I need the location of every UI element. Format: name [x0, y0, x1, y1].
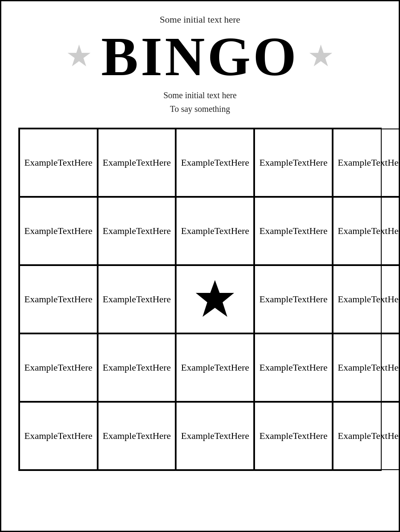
subtitle-mid: Some initial text here To say something — [163, 88, 237, 116]
cell-text-r1c2-line2: Here — [231, 225, 249, 237]
bingo-cell-r1c4[interactable]: ExampleTextHere — [333, 197, 400, 265]
cell-text-r3c4-line1: Text — [371, 361, 388, 374]
bingo-cell-r0c0[interactable]: ExampleTextHere — [19, 129, 98, 197]
cell-text-r4c1-line1: Text — [136, 430, 153, 442]
cell-text-r4c0-line2: Here — [74, 430, 93, 442]
subtitle-mid-line1: Some initial text here — [163, 91, 237, 100]
cell-text-r1c1-line0: Example — [103, 225, 136, 237]
cell-text-r1c0-line0: Example — [24, 225, 58, 237]
cell-text-r0c2-line2: Here — [231, 156, 249, 169]
cell-text-r0c4-line0: Example — [338, 156, 371, 169]
cell-text-r1c1-line1: Text — [136, 225, 153, 237]
cell-text-r3c2-line0: Example — [181, 361, 214, 374]
bingo-card: Some initial text here ★ BINGO ★ Some in… — [0, 0, 400, 532]
cell-text-r0c3-line1: Text — [293, 156, 309, 169]
cell-text-r1c3-line2: Here — [309, 225, 328, 237]
cell-text-r0c1-line1: Text — [136, 156, 153, 169]
bingo-cell-r4c0[interactable]: ExampleTextHere — [19, 402, 98, 470]
cell-text-r3c0-line0: Example — [24, 361, 58, 374]
cell-text-r1c4-line2: Here — [388, 225, 400, 237]
bingo-grid: ExampleTextHereExampleTextHereExampleTex… — [18, 128, 382, 471]
bingo-cell-r4c2[interactable]: ExampleTextHere — [176, 402, 254, 470]
star-left-icon: ★ — [66, 41, 93, 71]
bingo-cell-r0c2[interactable]: ExampleTextHere — [176, 129, 254, 197]
cell-text-r4c4-line2: Here — [388, 430, 400, 442]
cell-text-r4c2-line2: Here — [231, 430, 249, 442]
bingo-cell-r2c3[interactable]: ExampleTextHere — [254, 265, 333, 333]
bingo-cell-r1c0[interactable]: ExampleTextHere — [19, 197, 98, 265]
cell-text-r2c1-line1: Text — [136, 293, 153, 306]
bingo-cell-r4c3[interactable]: ExampleTextHere — [254, 402, 333, 470]
bingo-cell-r3c1[interactable]: ExampleTextHere — [98, 333, 176, 402]
cell-text-r1c1-line2: Here — [153, 225, 171, 237]
cell-text-r2c1-line0: Example — [103, 293, 136, 306]
cell-text-r2c3-line2: Here — [309, 293, 328, 306]
free-star-icon — [194, 278, 236, 321]
bingo-cell-r0c4[interactable]: ExampleTextHere — [333, 129, 400, 197]
cell-text-r2c0-line2: Here — [74, 293, 93, 306]
cell-text-r3c3-line1: Text — [293, 361, 309, 374]
cell-text-r1c4-line1: Text — [371, 225, 388, 237]
bingo-cell-r3c2[interactable]: ExampleTextHere — [176, 333, 254, 402]
bingo-cell-r4c1[interactable]: ExampleTextHere — [98, 402, 176, 470]
cell-text-r0c4-line1: Text — [371, 156, 388, 169]
cell-text-r3c1-line2: Here — [153, 361, 171, 374]
bingo-cell-r0c3[interactable]: ExampleTextHere — [254, 129, 333, 197]
cell-text-r3c4-line2: Here — [388, 361, 400, 374]
bingo-cell-r1c3[interactable]: ExampleTextHere — [254, 197, 333, 265]
bingo-cell-r2c4[interactable]: ExampleTextHere — [333, 265, 400, 333]
bingo-cell-r4c4[interactable]: ExampleTextHere — [333, 402, 400, 470]
cell-text-r4c4-line0: Example — [338, 430, 371, 442]
cell-text-r0c0-line0: Example — [24, 156, 58, 169]
bingo-title: BINGO — [101, 29, 299, 84]
cell-text-r3c1-line0: Example — [103, 361, 136, 374]
bingo-cell-r0c1[interactable]: ExampleTextHere — [98, 129, 176, 197]
bingo-cell-r3c0[interactable]: ExampleTextHere — [19, 333, 98, 402]
cell-text-r0c1-line2: Here — [153, 156, 171, 169]
cell-text-r0c2-line0: Example — [181, 156, 214, 169]
cell-text-r0c0-line2: Here — [74, 156, 93, 169]
cell-text-r1c0-line2: Here — [74, 225, 93, 237]
bingo-cell-r3c4[interactable]: ExampleTextHere — [333, 333, 400, 402]
bingo-cell-r3c3[interactable]: ExampleTextHere — [254, 333, 333, 402]
bingo-header-row: ★ BINGO ★ — [18, 29, 382, 84]
cell-text-r3c0-line2: Here — [74, 361, 93, 374]
cell-text-r4c0-line1: Text — [58, 430, 74, 442]
cell-text-r3c4-line0: Example — [338, 361, 371, 374]
cell-text-r4c2-line0: Example — [181, 430, 214, 442]
cell-text-r1c0-line1: Text — [58, 225, 74, 237]
cell-text-r0c1-line0: Example — [103, 156, 136, 169]
cell-text-r3c0-line1: Text — [58, 361, 74, 374]
cell-text-r3c3-line2: Here — [309, 361, 328, 374]
cell-text-r4c0-line0: Example — [24, 430, 58, 442]
cell-text-r1c4-line0: Example — [338, 225, 371, 237]
svg-marker-0 — [196, 280, 234, 317]
cell-text-r1c2-line1: Text — [214, 225, 231, 237]
cell-text-r0c3-line2: Here — [309, 156, 328, 169]
cell-text-r1c3-line0: Example — [259, 225, 293, 237]
cell-text-r2c3-line1: Text — [293, 293, 309, 306]
cell-text-r4c4-line1: Text — [371, 430, 388, 442]
cell-text-r0c3-line0: Example — [259, 156, 293, 169]
cell-text-r0c0-line1: Text — [58, 156, 74, 169]
subtitle-mid-line2: To say something — [170, 104, 230, 114]
bingo-cell-r2c2[interactable] — [176, 265, 254, 333]
cell-text-r3c1-line1: Text — [136, 361, 153, 374]
cell-text-r2c1-line2: Here — [153, 293, 171, 306]
cell-text-r4c3-line1: Text — [293, 430, 309, 442]
bingo-cell-r2c1[interactable]: ExampleTextHere — [98, 265, 176, 333]
cell-text-r2c0-line0: Example — [24, 293, 58, 306]
cell-text-r0c2-line1: Text — [214, 156, 231, 169]
cell-text-r2c0-line1: Text — [58, 293, 74, 306]
bingo-cell-r1c2[interactable]: ExampleTextHere — [176, 197, 254, 265]
cell-text-r4c1-line0: Example — [103, 430, 136, 442]
bingo-cell-r2c0[interactable]: ExampleTextHere — [19, 265, 98, 333]
cell-text-r4c1-line2: Here — [153, 430, 171, 442]
bingo-cell-r1c1[interactable]: ExampleTextHere — [98, 197, 176, 265]
cell-text-r4c3-line2: Here — [309, 430, 328, 442]
cell-text-r4c2-line1: Text — [214, 430, 231, 442]
cell-text-r2c4-line1: Text — [371, 293, 388, 306]
star-right-icon: ★ — [307, 41, 334, 71]
cell-text-r2c4-line0: Example — [338, 293, 371, 306]
cell-text-r2c3-line0: Example — [259, 293, 293, 306]
